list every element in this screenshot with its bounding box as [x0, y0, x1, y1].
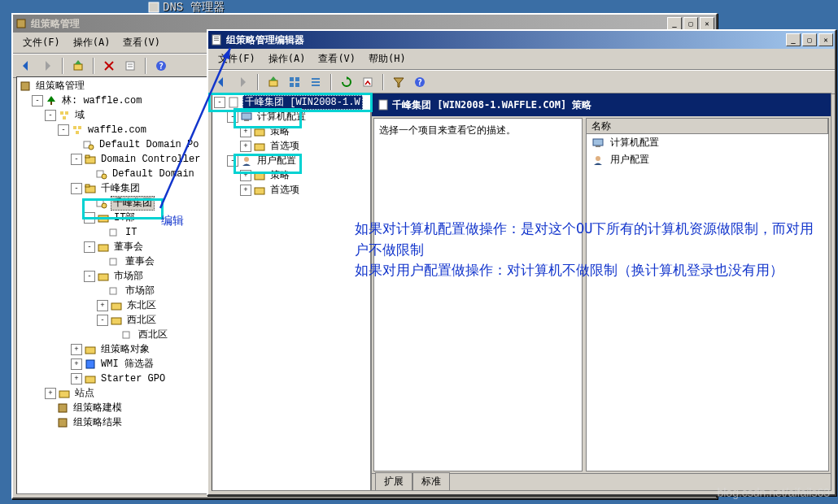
list-pane[interactable]: 名称 计算机配置 用户配置 [586, 118, 829, 471]
tree-dsh-sub[interactable]: 董事会 [19, 254, 206, 269]
dns-icon [148, 2, 159, 13]
gpedit-tree[interactable]: - 千峰集团 [WIN2008-1.W - 计算机配置 + 策略 + 首选项 -… [212, 93, 371, 491]
svg-rect-38 [111, 303, 121, 310]
gpmc-minimize-button[interactable]: _ [667, 17, 682, 30]
gpmc-close-button[interactable]: ✕ [700, 17, 714, 30]
gpedit-cc-policies[interactable]: + 策略 [214, 124, 369, 139]
modeling-label: 组策略建模 [72, 402, 124, 415]
gpedit-menu-action[interactable]: 操作(A) [262, 50, 312, 67]
tree-scb-sub[interactable]: 市场部 [19, 284, 206, 298]
gpedit-back-button[interactable] [212, 72, 231, 92]
tree-qf-ou[interactable]: - 千峰集团 [19, 181, 206, 196]
gpmc-delete-button[interactable] [99, 56, 119, 76]
gpmc-tree[interactable]: 组策略管理 - 林: waffle.com - 域 - waffle.com D… [16, 76, 208, 494]
tree-xbq-ou[interactable]: - 西北区 [19, 313, 206, 328]
wmi-label: WMI 筛选器 [99, 358, 155, 371]
svg-rect-36 [98, 274, 108, 280]
tree-sites[interactable]: + 站点 [19, 386, 206, 401]
gpedit-maximize-button[interactable]: ▢ [802, 33, 817, 46]
gpedit-listview-button[interactable] [285, 72, 304, 92]
tree-domains[interactable]: - 域 [19, 108, 206, 123]
svg-rect-1 [17, 20, 25, 28]
computer-config-icon [591, 137, 604, 150]
gpedit-menu-help[interactable]: 帮助(H) [362, 50, 412, 67]
gpedit-menu-file[interactable]: 文件(F) [212, 50, 262, 67]
gpmc-properties-button[interactable] [120, 56, 140, 76]
qf-ou-label: 千峰集团 [99, 182, 142, 195]
gpedit-help-button[interactable]: ? [410, 72, 430, 92]
tree-it-sub[interactable]: IT [19, 225, 206, 240]
tree-it-ou[interactable]: - IT部 [19, 211, 206, 225]
gpedit-refresh-button[interactable] [337, 72, 356, 92]
tree-xbq-sub[interactable]: 西北区 [19, 328, 206, 342]
gpedit-close-button[interactable]: ✕ [818, 33, 833, 46]
tree-results[interactable]: 组策略结果 [19, 415, 206, 430]
it-ou-label: IT部 [112, 211, 137, 224]
gpedit-uc[interactable]: - 用户配置 [214, 154, 369, 168]
svg-text:?: ? [417, 78, 422, 87]
gpedit-filter-button[interactable] [389, 72, 408, 92]
svg-rect-73 [255, 173, 264, 180]
svg-rect-71 [255, 144, 264, 150]
tree-wmi[interactable]: + WMI 筛选器 [19, 357, 206, 371]
tree-domain[interactable]: - waffle.com [19, 123, 206, 137]
gpedit-cc-prefs[interactable]: + 首选项 [214, 139, 369, 154]
description-text: 选择一个项目来查看它的描述。 [379, 124, 516, 136]
tab-std[interactable]: 标准 [412, 472, 450, 490]
tree-gpo-folder[interactable]: + 组策略对象 [19, 342, 206, 357]
svg-rect-43 [85, 376, 95, 383]
gpedit-titlebar[interactable]: 组策略管理编辑器 _ ▢ ✕ [208, 31, 835, 49]
svg-rect-55 [290, 77, 294, 81]
gpo-link-icon [108, 285, 121, 298]
gpedit-cc-prefs-label: 首选项 [268, 140, 301, 153]
gpmc-up-button[interactable] [68, 56, 88, 76]
svg-rect-53 [269, 80, 277, 86]
gpedit-minimize-button[interactable]: _ [786, 33, 801, 46]
tree-dc-policy[interactable]: Default Domain [19, 167, 206, 181]
gpmc-menu-view[interactable]: 查看(V) [116, 34, 167, 51]
tree-qf-gpo[interactable]: 千峰集团 [19, 196, 206, 211]
gpedit-root-label: 千峰集团 [WIN2008-1.W [242, 95, 363, 110]
tree-ddp[interactable]: Default Domain Po [19, 137, 206, 152]
tree-dsh-ou[interactable]: - 董事会 [19, 240, 206, 254]
gpmc-forward-button[interactable] [37, 56, 57, 76]
gpedit-app-icon [210, 33, 223, 46]
gpedit-menu-view[interactable]: 查看(V) [312, 50, 362, 67]
gpmc-maximize-button[interactable]: ▢ [683, 17, 698, 30]
results-label: 组策略结果 [72, 416, 124, 429]
tab-ext[interactable]: 扩展 [375, 472, 412, 490]
gpmc-help-button[interactable]: ? [151, 56, 171, 76]
tree-dbq-ou[interactable]: + 东北区 [19, 298, 206, 313]
gpedit-detailview-button[interactable] [306, 72, 325, 92]
svg-point-78 [596, 156, 600, 161]
ou-icon [110, 299, 123, 312]
folder-icon [253, 184, 266, 197]
gpmc-menu-action[interactable]: 操作(A) [67, 34, 117, 51]
separator [62, 58, 63, 74]
tree-modeling[interactable]: 组策略建模 [19, 401, 206, 415]
col-name[interactable]: 名称 [587, 119, 828, 133]
gpedit-uc-policies[interactable]: + 策略 [214, 168, 369, 183]
gpmc-back-button[interactable] [16, 56, 36, 76]
tree-root[interactable]: 组策略管理 [19, 79, 206, 93]
tree-forest[interactable]: - 林: waffle.com [19, 93, 206, 108]
list-item-cc[interactable]: 计算机配置 [587, 134, 828, 151]
gpedit-header-bar: 千峰集团 [WIN2008-1.WAFFLE.COM] 策略 [372, 93, 831, 116]
svg-rect-20 [78, 126, 81, 129]
gpedit-root[interactable]: - 千峰集团 [WIN2008-1.W [214, 95, 369, 110]
gpedit-export-button[interactable] [358, 72, 378, 92]
svg-marker-51 [218, 77, 223, 87]
svg-rect-44 [59, 391, 69, 398]
tree-starter[interactable]: + Starter GPO [19, 371, 206, 386]
gpedit-cc[interactable]: - 计算机配置 [214, 110, 369, 124]
tree-scb-ou[interactable]: - 市场部 [19, 269, 206, 284]
policy-root-icon [227, 96, 240, 109]
results-icon [56, 416, 69, 429]
list-item-uc[interactable]: 用户配置 [587, 151, 828, 168]
gpedit-title-text: 组策略管理编辑器 [226, 33, 784, 47]
gpmc-menu-file[interactable]: 文件(F) [16, 34, 67, 51]
gpedit-forward-button[interactable] [233, 72, 252, 92]
gpedit-up-button[interactable] [264, 72, 283, 92]
gpedit-uc-prefs[interactable]: + 首选项 [214, 183, 369, 198]
tree-dc-ou[interactable]: - Domain Controller [19, 152, 206, 167]
